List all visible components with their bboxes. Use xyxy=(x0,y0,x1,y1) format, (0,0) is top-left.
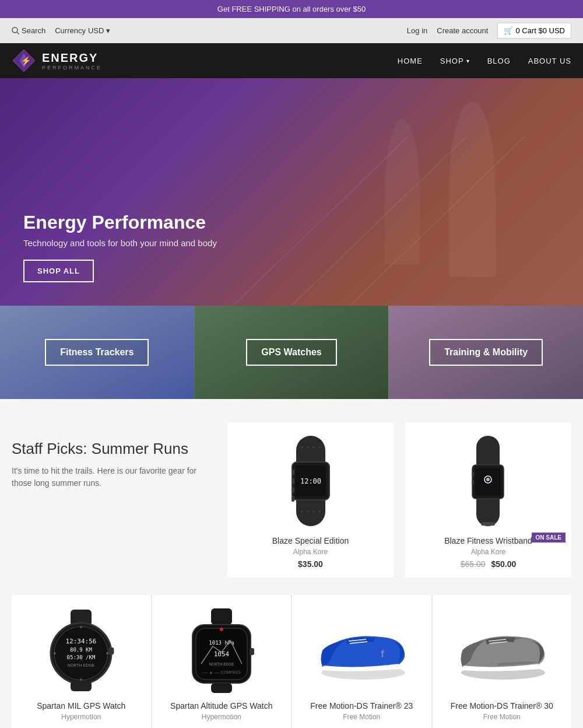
category-gps-watches[interactable]: GPS Watches xyxy=(194,306,389,399)
svg-rect-12 xyxy=(292,470,294,475)
svg-text:NORTH EDGE: NORTH EDGE xyxy=(68,663,95,667)
svg-rect-13 xyxy=(292,478,294,484)
svg-point-52 xyxy=(220,628,223,631)
svg-text:12:34:56: 12:34:56 xyxy=(66,638,97,645)
staff-picks-description: It's time to hit the trails. Here is our… xyxy=(12,465,216,489)
svg-text:---- ▲ ---- COMPASS: ---- ▲ ---- COMPASS xyxy=(202,670,241,674)
logo-sub: PERFORMANCE xyxy=(42,65,102,71)
logo-icon: ⚡ xyxy=(12,48,36,73)
svg-point-19 xyxy=(318,446,321,449)
utility-bar: Search Currency USD ▾ Log in Create acco… xyxy=(0,18,583,43)
svg-text:f: f xyxy=(381,648,385,660)
hero-title: Energy Performance xyxy=(23,212,217,233)
product-image-2 xyxy=(414,434,563,527)
logo[interactable]: ⚡ ENERGY PERFORMANCE xyxy=(12,48,102,73)
svg-text:⚡: ⚡ xyxy=(21,56,31,66)
svg-text:05:30 /KM: 05:30 /KM xyxy=(67,654,96,660)
svg-rect-54 xyxy=(211,683,232,693)
category-training-mobility[interactable]: Training & Mobility xyxy=(389,306,583,399)
svg-point-34 xyxy=(54,626,108,680)
product-grid-name-1: Spartan MIL GPS Watch xyxy=(20,701,142,710)
staff-picks-text: Staff Picks: Summer Runs It's time to hi… xyxy=(12,422,216,489)
product-name-1: Blaze Special Edition xyxy=(236,536,385,545)
hero-subtitle: Technology and tools for both your mind … xyxy=(23,238,217,248)
product-spartan-mil[interactable]: 12:34:56 80.9 KM 05:30 /KM NORTH EDGE Sp… xyxy=(12,595,151,728)
svg-point-0 xyxy=(12,27,17,33)
staff-picks-products: 12:00 xyxy=(227,422,571,578)
search-label: Search xyxy=(22,26,45,35)
product-spartan-altitude[interactable]: 1013 hPa ---- ▲ ---- COMPASS 1054 NORTH … xyxy=(152,595,292,728)
gps-watches-label: GPS Watches xyxy=(195,306,389,399)
product-grid-name-4: Free Motion-DS Trainer® 30 xyxy=(441,701,563,710)
gps-watch-svg-2: 1013 hPa ---- ▲ ---- COMPASS 1054 NORTH … xyxy=(181,608,262,693)
search-button[interactable]: Search xyxy=(12,26,45,35)
search-icon xyxy=(12,27,19,34)
logo-text: ENERGY xyxy=(42,51,102,65)
nav-shop[interactable]: SHOP ▾ xyxy=(440,57,470,65)
fitness-band-svg-2 xyxy=(458,436,519,526)
svg-point-38 xyxy=(106,652,108,654)
product-grid-brand-2: Hypermotion xyxy=(161,713,283,721)
svg-line-5 xyxy=(233,136,408,306)
svg-point-20 xyxy=(301,510,303,513)
shoe-svg-1: f xyxy=(311,621,413,680)
product-blaze-special[interactable]: 12:00 xyxy=(227,422,394,578)
currency-value: USD xyxy=(88,26,104,35)
login-link[interactable]: Log in xyxy=(407,26,427,35)
product-grid-brand-1: Hypermotion xyxy=(20,713,142,721)
banner-text: Get FREE SHIPPING on all orders over $50 xyxy=(217,5,366,13)
nav-home[interactable]: HOME xyxy=(398,57,423,65)
svg-line-6 xyxy=(292,136,466,306)
cart-icon: 🛒 xyxy=(504,26,513,35)
nav-links: HOME SHOP ▾ BLOG ABOUT US xyxy=(398,57,571,65)
svg-rect-30 xyxy=(472,472,474,477)
svg-point-28 xyxy=(486,478,490,481)
shoe-svg-2 xyxy=(451,621,553,680)
svg-point-17 xyxy=(307,446,309,449)
gps-watch-svg-1: 12:34:56 80.9 KM 05:30 /KM NORTH EDGE xyxy=(40,610,122,691)
product-shoe-23[interactable]: f Free Motion-DS Trainer® 23 Free Motion xyxy=(292,595,431,728)
svg-line-1 xyxy=(17,32,19,34)
cart-button[interactable]: 🛒 0 Cart $0 USD xyxy=(497,23,571,38)
svg-line-7 xyxy=(350,136,525,306)
hero-bg-decoration xyxy=(175,78,583,306)
product-grid-name-3: Free Motion-DS Trainer® 23 xyxy=(301,701,423,710)
svg-rect-45 xyxy=(211,608,232,625)
chevron-down-icon: ▾ xyxy=(466,58,470,64)
svg-rect-53 xyxy=(250,648,254,655)
svg-rect-26 xyxy=(475,468,501,495)
nav-blog[interactable]: BLOG xyxy=(487,57,511,65)
product-shoe-30[interactable]: Free Motion-DS Trainer® 30 Free Motion xyxy=(433,595,572,728)
shop-all-button[interactable]: SHOP ALL xyxy=(23,260,94,282)
svg-text:1054: 1054 xyxy=(214,650,230,658)
category-fitness-trackers[interactable]: Fitness Trackers xyxy=(0,306,194,399)
svg-point-21 xyxy=(307,510,309,513)
hero-content: Energy Performance Technology and tools … xyxy=(23,212,217,282)
product-image-1: 12:00 xyxy=(236,434,385,527)
main-navigation: ⚡ ENERGY PERFORMANCE HOME SHOP ▾ BLOG AB… xyxy=(0,43,583,78)
product-price-2: $65.00 $50.00 xyxy=(414,559,563,569)
product-grid-image-2: 1013 hPa ---- ▲ ---- COMPASS 1054 NORTH … xyxy=(161,607,283,694)
product-brand-2: Alpha Kore xyxy=(414,548,563,556)
svg-rect-43 xyxy=(109,648,114,654)
nav-about[interactable]: ABOUT US xyxy=(528,57,571,65)
svg-point-16 xyxy=(301,446,303,449)
cart-label: 0 Cart $0 USD xyxy=(515,26,565,35)
currency-selector[interactable]: Currency USD ▾ xyxy=(55,26,110,35)
svg-point-35 xyxy=(80,626,82,628)
staff-picks-section: Staff Picks: Summer Runs It's time to hi… xyxy=(0,399,583,728)
svg-point-18 xyxy=(312,446,315,449)
product-blaze-fitness[interactable]: ON SALE xyxy=(405,422,571,578)
top-banner: Get FREE SHIPPING on all orders over $50 xyxy=(0,0,583,18)
svg-point-37 xyxy=(54,652,56,654)
product-grid-name-2: Spartan Altitude GPS Watch xyxy=(161,701,283,710)
svg-point-36 xyxy=(80,678,82,681)
training-mobility-label: Training & Mobility xyxy=(389,306,583,399)
svg-point-23 xyxy=(318,510,321,513)
svg-rect-15 xyxy=(292,496,294,502)
staff-picks-title: Staff Picks: Summer Runs xyxy=(12,440,216,458)
svg-rect-44 xyxy=(71,681,92,691)
create-account-link[interactable]: Create account xyxy=(437,26,488,35)
svg-point-22 xyxy=(312,510,315,513)
svg-rect-31 xyxy=(472,480,474,485)
